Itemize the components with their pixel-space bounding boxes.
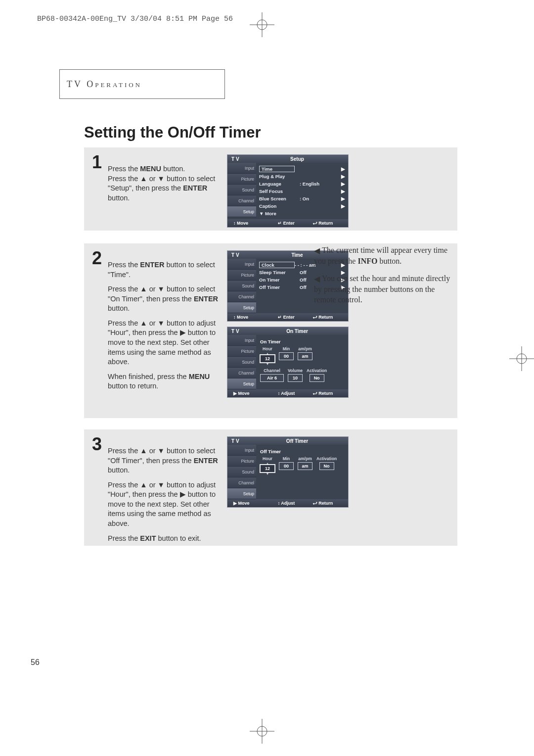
side-notes: ◀The current time will appear every time… [314,245,456,312]
note-bullet-icon: ◀ [314,245,320,256]
osd-tab-input: Input [227,163,256,174]
page-number: 56 [31,658,40,667]
osd-tab-picture: Picture [227,174,256,185]
svg-point-5 [257,726,267,736]
down-triangle-icon: ▼ [266,363,269,365]
ampm-value: am [298,352,312,360]
osd-off-timer: T V Off Timer Input Picture Sound Channe… [227,436,349,508]
osd-main: Time▶ Plug & Play▶ Language: English▶ Se… [256,163,348,219]
down-triangle-icon: ▼ [266,472,269,475]
min-value: 00 [279,462,294,470]
crop-mark-bottom [250,719,274,744]
volume-value: 10 [288,374,303,382]
activation-value: No [319,462,334,470]
svg-point-2 [257,20,267,30]
hour-value: 12 [260,355,275,363]
step-2-text: Press the ENTER button to select "Time".… [108,250,224,398]
activation-value: No [310,374,324,382]
section-label-box: TV Operation [59,69,225,99]
ampm-value: am [298,462,312,470]
page-title: Setting the On/Off Timer [84,124,261,142]
channel-value: Air 6 [260,374,284,382]
svg-point-8 [517,354,527,364]
osd-title: Setup [256,156,338,162]
step-3-block: 3 Press the ▲ or ▼ button to select "Off… [84,429,457,546]
osd-tab-sound: Sound [227,185,256,195]
note-bullet-icon: ◀ [314,274,320,284]
min-value: 00 [279,352,294,360]
step-1-block: 1 Press the MENU button. Press the ▲ or … [84,147,457,231]
osd-tv-label: T V [227,156,256,162]
hour-value: 12 [260,465,275,472]
step-3-number: 3 [92,435,108,548]
osd-tab-channel: Channel [227,195,256,206]
osd-on-timer: T V On Timer Input Picture Sound Channel… [227,327,349,398]
osd-setup: T V Setup Input Picture Sound Channel Se… [227,154,349,228]
print-header: BP68-00342A-00Eng_TV 3/30/04 8:51 PM Pag… [37,15,233,23]
step-3-text: Press the ▲ or ▼ button to select "Off T… [108,436,224,548]
osd-tab-setup: Setup [227,206,256,217]
step-1-text: Press the MENU button. Press the ▲ or ▼ … [108,154,224,228]
crop-mark-top [250,12,274,37]
step-1-number: 1 [92,153,108,228]
osd-foot: ↕ Move ↵ Enter ⮐ Return [227,219,348,227]
section-title: TV Operation [67,79,142,90]
step-2-number: 2 [92,249,108,398]
osd-tabs: Input Picture Sound Channel Setup [227,163,256,219]
crop-mark-right [509,346,534,371]
